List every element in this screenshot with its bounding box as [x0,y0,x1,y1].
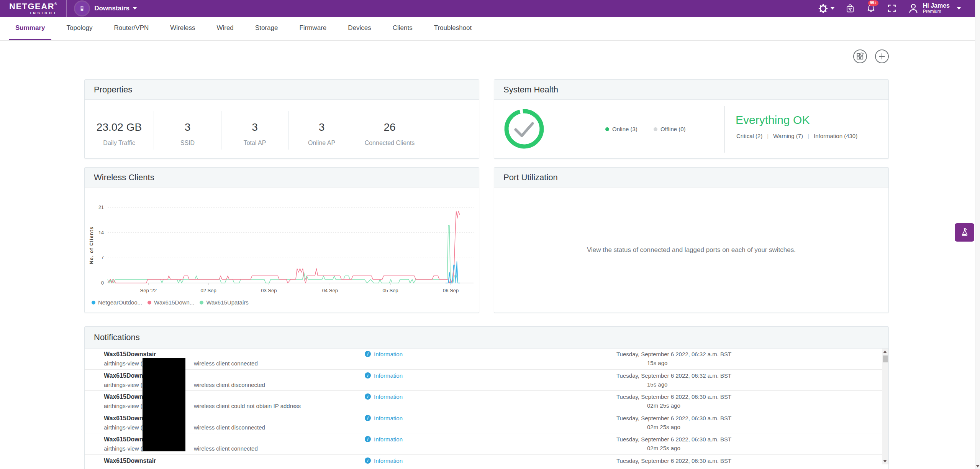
warning-count[interactable]: Warning (7) [773,133,803,139]
notification-info-link[interactable]: iInformation [365,415,616,433]
notification-info-link[interactable]: iInformation [365,457,616,469]
stat-value: 26 [355,121,424,133]
offline-status: Offline (0) [654,126,686,132]
info-icon: i [365,457,371,464]
org-caret-icon[interactable] [133,7,137,10]
notifications-button[interactable]: 99+ [866,3,876,14]
legend-dot [92,301,95,304]
stat-label: Connected Clients [355,140,424,146]
fullscreen-icon [887,3,897,13]
main-nav-tabs: SummaryTopologyRouter/VPNWirelessWiredSt… [0,17,980,41]
stat-label: Daily Traffic [85,140,154,146]
svg-text:Sep '22: Sep '22 [140,288,157,293]
scroll-down-arrow-icon[interactable] [883,460,887,462]
notification-info-link[interactable]: iInformation [365,372,616,391]
notifications-scrollbar[interactable] [882,349,888,464]
stat-value: 3 [154,121,221,133]
online-status: Online (3) [605,126,637,132]
wireless-clients-card-header: Wireless Clients [85,168,479,188]
svg-text:No. of Clients: No. of Clients [89,226,94,264]
properties-card: Properties 23.02 GBDaily Traffic3SSID3To… [84,79,479,159]
widgets-button[interactable] [853,49,867,63]
critical-count[interactable]: Critical (2) [736,133,762,139]
add-widget-button[interactable] [875,49,889,63]
svg-text:04 Sep: 04 Sep [322,288,338,293]
widgets-icon [856,52,864,61]
tab-devices[interactable]: Devices [341,17,377,40]
brand-subtitle: INSIGHT [30,12,58,15]
notification-row: Wax615Downstairairthings-view (wireless … [85,433,882,455]
services-button[interactable] [845,3,855,13]
user-greeting: Hi James [923,2,950,9]
netgear-logo: NETGEAR® INSIGHT [9,2,57,15]
building-icon [78,5,86,12]
legend-item-wax615down-[interactable]: Wax615Down... [147,299,194,306]
port-utilization-card-header: Port Utilization [494,168,888,188]
brand-name: NETGEAR [9,2,54,11]
tab-summary[interactable]: Summary [9,17,51,40]
tab-wired[interactable]: Wired [210,17,240,40]
notification-timestamp: Tuesday, September 6 2022, 06:30 a.m. BS… [616,415,882,433]
notification-timestamp: Tuesday, September 6 2022, 06:32 a.m. BS… [616,351,882,369]
user-caret-icon [957,7,961,10]
scroll-up-arrow-icon[interactable] [883,351,887,353]
notification-count-badge: 99+ [868,0,878,6]
notification-row: Wax615DownstairiInformationTuesday, Sept… [85,455,882,469]
redaction-box [143,358,185,451]
page-scrollbar[interactable] [975,0,980,469]
flask-icon [960,227,970,237]
svg-text:05 Sep: 05 Sep [382,288,398,293]
tab-firmware[interactable]: Firmware [293,17,333,40]
notification-info-link[interactable]: iInformation [365,351,616,369]
scroll-thumb[interactable] [883,355,888,362]
page-scroll-down-icon[interactable] [976,465,980,467]
information-count[interactable]: Information (430) [814,133,857,139]
settings-caret-icon [831,7,834,10]
info-icon: i [365,351,371,357]
offline-label: Offline (0) [660,126,686,132]
tab-router-vpn[interactable]: Router/VPN [108,17,156,40]
health-status-text: Everything OK [736,114,810,127]
notification-timestamp: Tuesday, September 6 2022, 06:32 a.m. BS… [616,372,882,391]
settings-button[interactable] [818,3,834,14]
offline-dot [654,127,657,131]
legend-item-netgearoutdoo-[interactable]: NetgearOutdoo... [92,299,142,306]
tab-storage[interactable]: Storage [249,17,285,40]
online-dot [605,127,609,131]
registered-mark: ® [54,2,57,6]
online-label: Online (3) [612,126,637,132]
topbar-divider [66,0,67,17]
organization-icon[interactable] [75,2,89,15]
fullscreen-button[interactable] [887,3,897,13]
port-utilization-card: Port Utilization View the status of conn… [494,167,889,313]
notifications-card: Notifications Wax615Downstairairthings-v… [84,326,889,469]
tab-topology[interactable]: Topology [60,17,99,40]
organization-selector[interactable]: Downstairs [94,5,129,12]
legend-dot [200,301,203,304]
notifications-card-header: Notifications [85,327,888,349]
notification-row: Wax615Downstairairthings-view (wireless … [85,370,882,391]
tab-troubleshoot[interactable]: Troubleshoot [428,17,479,40]
notifications-title: Notifications [94,332,140,342]
stat-ssid: 3SSID [154,111,221,150]
svg-text:03 Sep: 03 Sep [261,288,277,293]
notification-info-link[interactable]: iInformation [365,393,616,412]
lab-feedback-button[interactable] [955,223,974,242]
notification-timestamp: Tuesday, September 6 2022, 06:30 a.m. BS… [616,393,882,412]
stat-value: 3 [221,121,288,133]
info-icon: i [365,415,371,421]
notification-timestamp: Tuesday, September 6 2022, 06:30 a.m. BS… [616,436,882,454]
stat-daily-traffic: 23.02 GBDaily Traffic [85,111,154,150]
notification-info-link[interactable]: iInformation [365,436,616,454]
info-icon: i [365,436,371,442]
legend-item-wax615upatairs[interactable]: Wax615Upatairs [200,299,248,306]
user-menu[interactable]: Hi James Premium [908,2,961,15]
tab-clients[interactable]: Clients [386,17,419,40]
user-tier: Premium [923,9,950,15]
tab-wireless[interactable]: Wireless [164,17,202,40]
properties-stats: 23.02 GBDaily Traffic3SSID3Total AP3Onli… [85,111,479,150]
svg-text:14: 14 [98,230,104,235]
svg-text:21: 21 [98,205,104,210]
notification-timestamp: Tuesday, September 6 2022, 06:30 a.m. BS… [616,457,882,469]
system-health-card-header: System Health [494,80,888,100]
